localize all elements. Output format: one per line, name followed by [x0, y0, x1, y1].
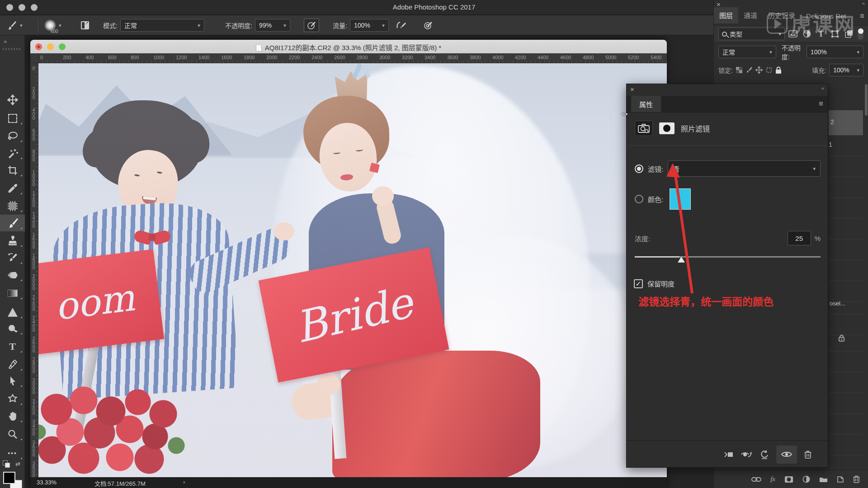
preserve-luminosity-checkbox[interactable]: ✓ [634, 279, 643, 288]
filter-shape-layers-button[interactable] [830, 30, 841, 38]
color-radio[interactable] [635, 195, 643, 203]
layer-row[interactable] [829, 414, 863, 435]
tool-preset-picker[interactable]: ▾ [6, 15, 23, 35]
filter-pixel-layers-button[interactable] [788, 30, 799, 38]
tab-layers[interactable]: 图层 [714, 7, 738, 23]
density-slider-thumb[interactable] [678, 257, 685, 263]
gradient-tool[interactable] [0, 285, 25, 301]
zoom-tool[interactable] [0, 426, 25, 442]
layer-row[interactable]: 1 [829, 136, 863, 156]
vertical-ruler[interactable]: 0200400600800100012001400160018002000220… [30, 63, 38, 477]
layer-row[interactable] [829, 372, 863, 393]
clone-stamp-tool[interactable] [0, 232, 25, 249]
airbrush-toggle[interactable] [396, 15, 408, 35]
layer-mask-thumb-icon[interactable] [659, 122, 675, 134]
visibility-toggle[interactable] [776, 446, 797, 464]
new-adjustment-icon[interactable] [802, 475, 810, 483]
blur-tool[interactable] [0, 304, 25, 320]
path-select-tool[interactable] [0, 372, 25, 389]
custom-shape-tool[interactable] [0, 390, 25, 407]
magic-wand-tool[interactable] [0, 145, 25, 161]
fx-icon[interactable]: fx [770, 475, 775, 483]
crop-tool[interactable] [0, 162, 25, 178]
type-tool[interactable]: T [0, 338, 25, 355]
foreground-color-swatch[interactable] [3, 472, 15, 484]
clip-to-layer-icon[interactable] [724, 450, 734, 459]
color-swatch[interactable] [670, 188, 691, 210]
brush-tool[interactable] [0, 215, 25, 231]
layer-row[interactable] [829, 260, 863, 281]
history-brush-tool[interactable] [0, 249, 25, 266]
hand-tool[interactable] [0, 408, 25, 424]
new-layer-icon[interactable] [837, 476, 844, 483]
layer-mask-icon[interactable] [784, 476, 793, 483]
pressure-size-toggle[interactable] [423, 15, 433, 35]
close-icon[interactable]: × [630, 85, 634, 93]
tab-properties[interactable]: 属性 [631, 96, 661, 112]
status-chevron-icon[interactable]: › [183, 479, 185, 485]
density-input[interactable]: 25 [788, 231, 811, 245]
link-icon[interactable] [751, 476, 761, 483]
flow-dropdown[interactable]: 100% ▾ [350, 19, 389, 32]
layer-row[interactable] [829, 156, 863, 177]
tab-history[interactable]: 历史记录 [763, 7, 801, 23]
pen-tool[interactable] [0, 356, 25, 373]
panel-menu-icon[interactable]: ≡ [819, 99, 823, 108]
fill-dropdown[interactable]: 100% ▾ [829, 64, 863, 76]
collapse-icon[interactable]: « [821, 85, 824, 91]
layer-row[interactable] [829, 219, 863, 239]
filter-type-layers-button[interactable]: T [816, 29, 827, 39]
trash-icon[interactable] [853, 475, 860, 483]
layer-row[interactable] [829, 435, 863, 455]
eraser-tool[interactable] [0, 267, 25, 283]
eyedropper-tool[interactable] [0, 180, 25, 197]
layer-row[interactable] [829, 352, 863, 372]
move-tool[interactable] [0, 91, 25, 108]
healing-patch-tool[interactable] [0, 197, 25, 214]
layer-row-truncated-name[interactable]: osel... [829, 294, 863, 314]
pressure-opacity-toggle[interactable] [304, 15, 319, 35]
density-slider-track[interactable] [635, 256, 821, 258]
filter-dropdown[interactable]: 青 ▾ [668, 160, 821, 177]
trash-icon[interactable] [804, 450, 811, 459]
layer-opacity-dropdown[interactable]: 100% ▾ [807, 46, 863, 58]
blend-mode-dropdown[interactable]: 正常 ▾ [718, 46, 776, 58]
horizontal-ruler[interactable]: 0200400600800100012001400160018002000220… [38, 53, 667, 63]
opacity-dropdown[interactable]: 99% ▾ [255, 19, 290, 32]
filter-type-dropdown[interactable]: 类型 ▾ [718, 28, 785, 40]
zoom-level[interactable]: 33.33% [37, 479, 57, 486]
document-titlebar[interactable]: AQ8I1712的副本.CR2 @ 33.3% (照片滤镜 2, 图层蒙版/8)… [30, 40, 667, 53]
tab-channels[interactable]: 通道 [738, 7, 763, 23]
panel-menu-icon[interactable]: ≡ [856, 12, 868, 23]
filter-radio[interactable] [635, 164, 643, 173]
filter-smart-objects-button[interactable] [844, 30, 855, 38]
canvas[interactable]: Bride oom [38, 63, 667, 477]
reset-icon[interactable] [760, 450, 769, 459]
rect-marquee-tool[interactable] [0, 110, 25, 127]
mode-dropdown[interactable]: 正常 ▾ [120, 19, 204, 32]
scrollbar[interactable] [865, 84, 868, 116]
group-icon[interactable] [819, 476, 828, 483]
tab-delicious-retouch[interactable]: Delicious Ret [801, 9, 851, 23]
collapse-icon[interactable]: « [862, 0, 864, 6]
toggle-brush-panel-button[interactable] [80, 15, 90, 35]
layer-row[interactable] [829, 239, 863, 260]
lock-position-icon[interactable] [755, 66, 763, 74]
filter-toggle-switch[interactable] [858, 28, 863, 40]
toolbar-grip[interactable] [3, 48, 22, 50]
lock-transparency-icon[interactable] [736, 66, 743, 74]
layer-row[interactable] [829, 177, 863, 198]
lasso-tool[interactable] [0, 127, 25, 144]
lock-pixels-icon[interactable] [745, 66, 753, 74]
background-layer-row[interactable] [829, 328, 863, 352]
view-previous-state-icon[interactable] [741, 450, 753, 459]
layer-row[interactable] [829, 393, 863, 414]
layer-row-selected[interactable]: 2 [829, 110, 863, 136]
filter-adjustment-layers-button[interactable] [802, 30, 813, 38]
collapse-toolbar-button[interactable]: » [4, 38, 7, 45]
lock-all-icon[interactable] [775, 66, 782, 74]
layer-row[interactable] [829, 198, 863, 219]
edit-toolbar-button[interactable]: ••• [0, 445, 25, 461]
dodge-tool[interactable] [0, 320, 25, 337]
lock-artboard-icon[interactable] [765, 66, 773, 74]
